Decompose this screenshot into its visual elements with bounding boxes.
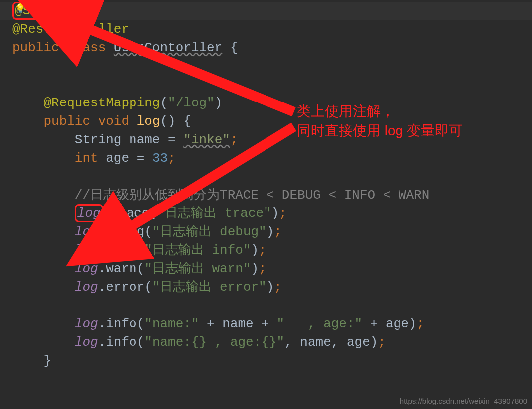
code-line[interactable]: @RestController <box>0 20 532 39</box>
class-name: UserContorller <box>114 40 222 55</box>
code-line[interactable]: public class UserContorller { <box>0 39 532 57</box>
code-line[interactable]: log.info("name:" + name + " , age:" + ag… <box>0 315 532 333</box>
code-line[interactable]: log.warn("日志输出 warn"); <box>0 260 532 278</box>
method-log: log <box>137 114 160 129</box>
code-line[interactable]: int age = 33; <box>0 149 532 168</box>
code-line[interactable]: } <box>0 352 532 370</box>
code-line[interactable]: @Slf4j <box>0 2 532 20</box>
code-line[interactable] <box>0 57 532 76</box>
code-line[interactable]: log.debug("日志输出 debug"); <box>0 223 532 241</box>
code-line[interactable]: //日志级别从低到高分为TRACE < DEBUG < INFO < WARN <box>0 186 532 204</box>
callout-text: 类上使用注解， 同时直接使用 log 变量即可 <box>297 102 463 140</box>
code-line[interactable]: log.error("日志输出 error"); <box>0 278 532 297</box>
comment: //日志级别从低到高分为TRACE < DEBUG < INFO < WARN <box>75 188 429 203</box>
code-line[interactable] <box>0 297 532 315</box>
log-var: log <box>75 204 103 222</box>
code-line[interactable]: log.info("日志输出 info"); <box>0 241 532 260</box>
code-line[interactable] <box>0 168 532 186</box>
code-line[interactable]: log.trace("日志输出 trace"); <box>0 204 532 223</box>
watermark: https://blog.csdn.net/weixin_43907800 <box>400 396 527 406</box>
code-editor[interactable]: 💡 @Slf4j @RestController public class Us… <box>0 0 532 370</box>
intention-bulb-icon[interactable]: 💡 <box>15 3 26 16</box>
code-line[interactable]: log.info("name:{} , age:{}", name, age); <box>0 333 532 352</box>
annotation-restcontroller: @RestController <box>12 22 129 37</box>
code-line[interactable] <box>0 76 532 94</box>
